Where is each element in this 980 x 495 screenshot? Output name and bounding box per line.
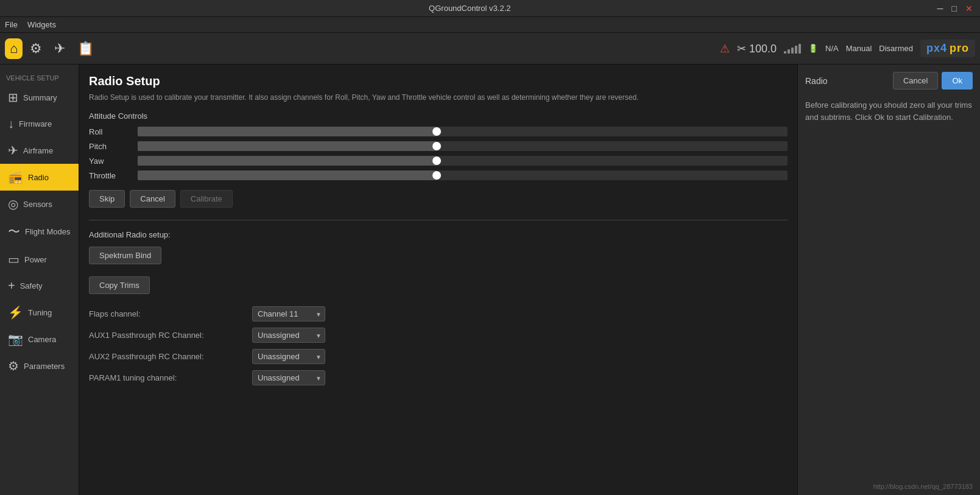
- toolbar-status: ⚠ ✂ 100.0 🔋 N/A Manual Disarmed px4pro: [720, 40, 975, 57]
- aux1-channel-row: AUX1 Passthrough RC Channel: Unassigned …: [89, 328, 788, 343]
- right-panel-cancel-button[interactable]: Cancel: [893, 72, 938, 90]
- content-area: Radio Setup Radio Setup is used to calib…: [79, 65, 797, 495]
- sidebar-label-sensors: Sensors: [23, 200, 52, 209]
- sidebar-label-tuning: Tuning: [28, 308, 52, 317]
- spektrum-bind-button[interactable]: Spektrum Bind: [89, 247, 161, 264]
- copy-trims-button[interactable]: Copy Trims: [89, 276, 150, 294]
- toolbar: ⌂ ⚙ ✈ 📋 ⚠ ✂ 100.0 🔋 N/A Manual Disarmed …: [0, 33, 980, 65]
- sidebar-label-flight-modes: Flight Modes: [25, 227, 70, 236]
- mode-label: Manual: [846, 44, 872, 53]
- sidebar-item-power[interactable]: ▭ Power: [0, 246, 79, 273]
- sidebar-label-safety: Safety: [20, 281, 43, 290]
- pitch-row: Pitch: [89, 141, 788, 151]
- sidebar-item-tuning[interactable]: ⚡ Tuning: [0, 299, 79, 326]
- yaw-bar: [138, 156, 788, 166]
- aux1-channel-select[interactable]: Unassigned Channel 1 Channel 2 Channel 3…: [252, 328, 325, 343]
- checklist-button[interactable]: 📋: [72, 38, 99, 59]
- additional-buttons: Spektrum Bind: [89, 247, 788, 264]
- aux2-channel-label: AUX2 Passthrough RC Channel:: [89, 352, 247, 361]
- sidebar-item-summary[interactable]: ⊞ Summary: [0, 84, 79, 111]
- flaps-channel-label: Flaps channel:: [89, 309, 247, 318]
- sensors-icon: ◎: [8, 197, 18, 211]
- right-panel-title: Radio: [805, 76, 828, 86]
- param1-channel-row: PARAM1 tuning channel: Unassigned Channe…: [89, 370, 788, 385]
- page-title: Radio Setup: [89, 74, 788, 88]
- sidebar-label-firmware: Firmware: [19, 119, 52, 128]
- right-panel-description: Before calibrating you should zero all y…: [805, 99, 973, 123]
- calibrate-button[interactable]: Calibrate: [180, 190, 233, 208]
- sidebar: Vehicle Setup ⊞ Summary ↓ Firmware ✈ Air…: [0, 65, 79, 495]
- status-label: Disarmed: [879, 44, 913, 53]
- restore-button[interactable]: □: [950, 4, 959, 13]
- sidebar-label-camera: Camera: [28, 335, 56, 344]
- flaps-channel-row: Flaps channel: Channel 11 Channel 1 Chan…: [89, 306, 788, 321]
- sidebar-item-parameters[interactable]: ⚙ Parameters: [0, 353, 79, 379]
- right-panel: Radio Cancel Ok Before calibrating you s…: [797, 65, 980, 495]
- aux1-channel-label: AUX1 Passthrough RC Channel:: [89, 331, 247, 340]
- minimize-button[interactable]: ─: [935, 4, 946, 13]
- param1-channel-select[interactable]: Unassigned Channel 1 Channel 2 Channel 3…: [252, 370, 325, 385]
- yaw-label: Yaw: [89, 156, 138, 166]
- sidebar-item-firmware[interactable]: ↓ Firmware: [0, 111, 79, 137]
- sidebar-label-power: Power: [24, 255, 47, 264]
- titlebar: QGroundControl v3.2.2 ─ □ ✕: [0, 0, 980, 17]
- flaps-channel-select[interactable]: Channel 11 Channel 1 Channel 2 Channel 3…: [252, 306, 325, 321]
- aux2-channel-select[interactable]: Unassigned Channel 1 Channel 2 Channel 3…: [252, 349, 325, 364]
- menu-file[interactable]: File: [5, 20, 18, 29]
- battery-label: N/A: [825, 44, 839, 53]
- power-icon: ▭: [8, 252, 19, 267]
- tuning-icon: ⚡: [8, 305, 23, 320]
- right-panel-header: Radio Cancel Ok: [805, 72, 973, 90]
- airframe-icon: ✈: [8, 143, 18, 158]
- tools-icon: ✂ 100.0: [737, 42, 777, 55]
- px4-logo: px4pro: [920, 40, 975, 57]
- gear-button[interactable]: ⚙: [25, 38, 47, 59]
- signal-bars: [784, 44, 801, 54]
- home-button[interactable]: ⌂: [5, 38, 23, 59]
- flight-modes-icon: 〜: [8, 223, 20, 240]
- radio-icon: 📻: [8, 170, 23, 184]
- menubar: File Widgets: [0, 17, 980, 33]
- sidebar-item-camera[interactable]: 📷 Camera: [0, 326, 79, 353]
- sidebar-label-parameters: Parameters: [24, 362, 65, 371]
- cancel-button[interactable]: Cancel: [130, 190, 175, 208]
- parameters-icon: ⚙: [8, 359, 19, 373]
- right-panel-ok-button[interactable]: Ok: [942, 72, 973, 90]
- window-controls: ─ □ ✕: [935, 4, 975, 13]
- summary-icon: ⊞: [8, 90, 18, 105]
- throttle-label: Throttle: [89, 171, 138, 180]
- fly-button[interactable]: ✈: [49, 38, 70, 59]
- flaps-channel-select-wrap: Channel 11 Channel 1 Channel 2 Channel 3…: [252, 306, 325, 321]
- warning-icon: ⚠: [720, 42, 730, 55]
- roll-bar: [138, 127, 788, 136]
- throttle-bar: [138, 170, 788, 180]
- menu-widgets[interactable]: Widgets: [27, 20, 56, 29]
- window-title: QGroundControl v3.2.2: [5, 4, 935, 13]
- sidebar-label-airframe: Airframe: [23, 146, 53, 155]
- sidebar-item-sensors[interactable]: ◎ Sensors: [0, 191, 79, 217]
- pitch-label: Pitch: [89, 142, 138, 151]
- sidebar-item-safety[interactable]: + Safety: [0, 273, 79, 299]
- attitude-controls-label: Attitude Controls: [89, 111, 788, 121]
- aux2-channel-select-wrap: Unassigned Channel 1 Channel 2 Channel 3…: [252, 349, 325, 364]
- page-description: Radio Setup is used to calibrate your tr…: [89, 93, 788, 102]
- right-panel-buttons: Cancel Ok: [893, 72, 973, 90]
- copy-trims-row: Copy Trims: [89, 276, 788, 294]
- param1-channel-select-wrap: Unassigned Channel 1 Channel 2 Channel 3…: [252, 370, 325, 385]
- camera-icon: 📷: [8, 332, 23, 346]
- throttle-row: Throttle: [89, 170, 788, 180]
- additional-label: Additional Radio setup:: [89, 230, 788, 239]
- close-button[interactable]: ✕: [963, 4, 975, 13]
- skip-button[interactable]: Skip: [89, 190, 125, 208]
- sidebar-item-flight-modes[interactable]: 〜 Flight Modes: [0, 217, 79, 246]
- section-divider: [89, 220, 788, 220]
- main-layout: Vehicle Setup ⊞ Summary ↓ Firmware ✈ Air…: [0, 65, 980, 495]
- sidebar-label-summary: Summary: [23, 93, 57, 102]
- pitch-bar: [138, 141, 788, 151]
- roll-row: Roll: [89, 127, 788, 136]
- sidebar-item-airframe[interactable]: ✈ Airframe: [0, 137, 79, 164]
- calibration-buttons: Skip Cancel Calibrate: [89, 190, 788, 208]
- sidebar-item-radio[interactable]: 📻 Radio: [0, 164, 79, 191]
- roll-label: Roll: [89, 127, 138, 136]
- aux1-channel-select-wrap: Unassigned Channel 1 Channel 2 Channel 3…: [252, 328, 325, 343]
